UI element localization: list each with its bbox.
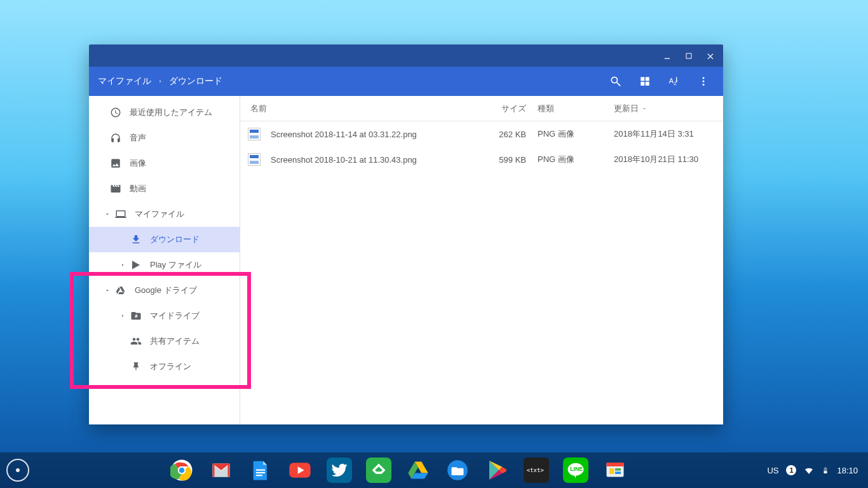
file-thumbnail-icon bbox=[248, 128, 261, 140]
svg-point-4 bbox=[703, 84, 705, 86]
sidebar-item-audio[interactable]: 音声 bbox=[89, 125, 240, 151]
column-header-size[interactable]: サイズ bbox=[477, 103, 538, 114]
sidebar-item-label: Google ドライブ bbox=[135, 285, 197, 296]
svg-text:LINE: LINE bbox=[570, 466, 583, 472]
breadcrumb-current: ダウンロード bbox=[169, 76, 222, 87]
view-toggle-button[interactable] bbox=[630, 67, 660, 96]
pinned-app-icon bbox=[604, 459, 627, 482]
app-google-drive[interactable] bbox=[405, 458, 431, 483]
app-files[interactable] bbox=[445, 458, 470, 483]
column-header-date[interactable]: 更新日 bbox=[614, 103, 715, 114]
tray-battery[interactable] bbox=[822, 464, 829, 476]
youtube-icon bbox=[287, 458, 313, 483]
window-minimize-button[interactable] bbox=[658, 47, 676, 65]
sidebar-item-images[interactable]: 画像 bbox=[89, 151, 240, 176]
file-date: 2018年10月21日 11:30 bbox=[614, 154, 715, 165]
sort-az-icon: AZ bbox=[668, 76, 681, 87]
sidebar-item-recent[interactable]: 最近使用したアイテム bbox=[89, 100, 240, 125]
sidebar-item-my-drive[interactable]: マイドライブ bbox=[89, 303, 240, 329]
play-store-icon bbox=[485, 459, 508, 482]
tray-ime-label: US bbox=[767, 466, 778, 475]
google-play-icon bbox=[130, 259, 142, 271]
sidebar-item-play-files[interactable]: Play ファイル bbox=[89, 252, 240, 278]
app-youtube[interactable] bbox=[287, 458, 313, 483]
file-name: Screenshot 2018-11-14 at 03.31.22.png bbox=[268, 130, 477, 139]
app-line[interactable]: LINE bbox=[563, 458, 588, 483]
column-header-name[interactable]: 名前 bbox=[248, 103, 477, 114]
tray-wifi[interactable] bbox=[804, 465, 814, 475]
text-icon: <txt> bbox=[526, 464, 547, 476]
sidebar-item-my-files[interactable]: マイファイル bbox=[89, 201, 240, 227]
more-vert-icon bbox=[698, 76, 709, 87]
sidebar-item-label: マイドライブ bbox=[150, 310, 200, 322]
svg-rect-11 bbox=[256, 475, 262, 476]
google-drive-icon bbox=[114, 284, 127, 297]
files-icon bbox=[445, 458, 470, 482]
app-gmail[interactable] bbox=[208, 458, 234, 483]
chevron-down-icon bbox=[102, 287, 113, 294]
file-name: Screenshot 2018-10-21 at 11.30.43.png bbox=[268, 155, 477, 165]
window-body: 最近使用したアイテム 音声 画像 動画 bbox=[89, 96, 723, 424]
more-button[interactable] bbox=[689, 67, 718, 96]
file-list: 名前 サイズ 種類 更新日 Screenshot 2018-11-14 at 0… bbox=[240, 96, 723, 424]
chevron-right-icon bbox=[158, 78, 163, 85]
svg-rect-9 bbox=[256, 470, 265, 471]
sidebar-item-offline[interactable]: オフライン bbox=[89, 354, 240, 379]
app-google-docs[interactable] bbox=[248, 458, 273, 483]
svg-rect-20 bbox=[615, 471, 621, 474]
sidebar-item-shared[interactable]: 共有アイテム bbox=[89, 329, 240, 354]
minimize-icon bbox=[663, 51, 672, 60]
app-chrome[interactable] bbox=[169, 458, 194, 483]
sidebar-item-google-drive[interactable]: Google ドライブ bbox=[89, 278, 240, 303]
wifi-icon bbox=[804, 465, 814, 475]
headphones-icon bbox=[109, 132, 122, 144]
laptop-icon bbox=[114, 208, 127, 220]
chrome-icon bbox=[170, 459, 193, 482]
movie-icon bbox=[109, 182, 122, 195]
gmail-icon bbox=[210, 459, 233, 482]
sidebar-item-label: Play ファイル bbox=[150, 259, 201, 271]
sort-button[interactable]: AZ bbox=[660, 67, 689, 96]
system-tray[interactable]: US 1 18:10 bbox=[767, 464, 862, 476]
sidebar-item-label: ダウンロード bbox=[150, 234, 200, 245]
breadcrumb: マイファイル ダウンロード bbox=[98, 76, 222, 87]
files-window: マイファイル ダウンロード AZ 最近使用したアイテム bbox=[89, 44, 723, 424]
window-close-button[interactable] bbox=[702, 47, 719, 65]
file-date: 2018年11月14日 3:31 bbox=[614, 128, 715, 140]
file-type: PNG 画像 bbox=[538, 128, 614, 140]
line-icon: LINE bbox=[566, 461, 585, 480]
sidebar-item-label: マイファイル bbox=[135, 208, 184, 220]
shelf: <txt> LINE US 1 18:10 bbox=[0, 452, 868, 488]
file-row[interactable]: Screenshot 2018-11-14 at 03.31.22.png 26… bbox=[240, 121, 723, 147]
column-header-date-label: 更新日 bbox=[614, 103, 639, 114]
sidebar-item-downloads[interactable]: ダウンロード bbox=[89, 227, 240, 252]
clock-icon bbox=[109, 106, 122, 119]
svg-text:<txt>: <txt> bbox=[526, 467, 544, 473]
app-pinned[interactable] bbox=[602, 458, 628, 483]
folder-drive-icon bbox=[130, 309, 142, 322]
launcher-icon bbox=[16, 468, 20, 472]
column-header-type[interactable]: 種類 bbox=[538, 103, 614, 114]
sidebar-item-label: 音声 bbox=[130, 132, 146, 144]
download-icon bbox=[130, 233, 142, 246]
sidebar-item-label: 動画 bbox=[130, 183, 146, 194]
grid-view-icon bbox=[639, 76, 651, 87]
chevron-right-icon bbox=[117, 262, 128, 268]
svg-rect-19 bbox=[615, 468, 621, 471]
app-text[interactable]: <txt> bbox=[524, 458, 549, 483]
svg-rect-18 bbox=[609, 468, 614, 474]
tray-ime[interactable]: US bbox=[767, 466, 778, 475]
window-titlebar bbox=[89, 44, 723, 67]
file-row[interactable]: Screenshot 2018-10-21 at 11.30.43.png 59… bbox=[240, 147, 723, 172]
tray-notifications[interactable]: 1 bbox=[786, 465, 796, 475]
sidebar-item-videos[interactable]: 動画 bbox=[89, 176, 240, 201]
app-twitter[interactable] bbox=[327, 458, 352, 483]
breadcrumb-root[interactable]: マイファイル bbox=[98, 76, 151, 87]
app-feedly[interactable] bbox=[366, 458, 391, 483]
people-icon bbox=[130, 335, 142, 348]
tray-clock[interactable]: 18:10 bbox=[837, 466, 858, 475]
window-maximize-button[interactable] bbox=[680, 47, 698, 65]
launcher-button[interactable] bbox=[6, 459, 29, 482]
search-button[interactable] bbox=[601, 67, 630, 96]
app-play-store[interactable] bbox=[484, 458, 510, 483]
